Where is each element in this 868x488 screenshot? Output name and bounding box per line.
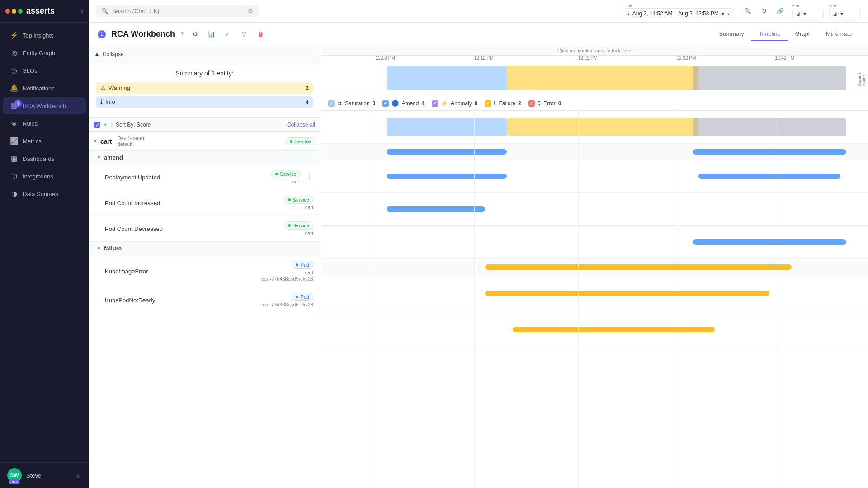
search-input[interactable]	[112, 8, 244, 14]
info-icon: ℹ	[100, 99, 103, 105]
checkbox-dropdown-icon[interactable]: ▾	[104, 122, 107, 128]
tab-graph[interactable]: Graph	[788, 28, 819, 41]
deployment-bar-left	[387, 174, 507, 179]
kube-pod-id: cart-77d488c5d5-ckv28	[261, 302, 313, 307]
pod-dot2	[296, 296, 298, 298]
timeline-kube-pod-row	[321, 311, 868, 347]
sidebar-item-metrics[interactable]: 📈 Metrics	[3, 132, 86, 150]
refresh-icon[interactable]: ↻	[758, 5, 770, 18]
tab-summary[interactable]: Summary	[712, 28, 752, 41]
chart-block-blue-left	[387, 66, 507, 90]
sort-icon: ↕	[110, 122, 113, 128]
entity-meta-env: Dev (Home)	[118, 136, 144, 141]
amend-checkbox[interactable]: ✓	[382, 100, 389, 107]
sidebar-item-top-insights[interactable]: ⚡ Top insights	[3, 27, 86, 44]
collapse-bar[interactable]: ▲ Collapse	[89, 46, 321, 62]
saturation-checkbox[interactable]: ✓	[328, 100, 335, 107]
prev-time-btn[interactable]: ‹	[628, 10, 630, 17]
integrations-icon: ⬡	[10, 172, 18, 180]
sidebar-item-rca-workbench[interactable]: 1 ▦ RCA Workbench	[3, 97, 86, 114]
search-box[interactable]: 🔍 ⚙	[96, 5, 259, 17]
site-select-box[interactable]: all ▾	[829, 9, 861, 19]
sidebar-item-notifications[interactable]: 🔔 Notifications	[3, 80, 86, 97]
help-icon[interactable]: ?	[180, 31, 184, 38]
failure-checkbox[interactable]: ✓	[485, 100, 491, 107]
event-row-pod-count-decreased: Pod Count Decreased Service cart	[89, 216, 321, 242]
ruler-sub-4: Aug 2, 12:22 PM	[573, 95, 603, 96]
failure-overview-bar	[485, 264, 792, 270]
anomaly-icon: ⚡	[441, 100, 448, 107]
subgroup-header-amend[interactable]: ▾ amend	[89, 151, 321, 164]
sidebar-item-entity-graph[interactable]: ◎ Entity Graph	[3, 44, 86, 61]
pod-decrease-bar	[693, 239, 846, 245]
sidebar-item-slos[interactable]: ◷ SLOs	[3, 62, 86, 79]
search2-icon[interactable]: ⌕	[222, 28, 234, 41]
env-select-box[interactable]: all ▾	[792, 9, 824, 19]
legend-saturation: ✓ ≋ Saturation 0	[328, 100, 375, 107]
warning-count: 2	[306, 84, 309, 91]
chart-icon[interactable]: 📊	[205, 28, 218, 41]
deployment-bar-right	[698, 174, 841, 179]
select-all-checkbox[interactable]: ✓	[94, 122, 100, 128]
settings-icon[interactable]: ☼	[76, 472, 81, 479]
entity-header-cart[interactable]: ▾ cart Dev (Home) default Service	[89, 132, 321, 151]
top-insights-label: Top insights	[23, 32, 54, 39]
legend-failure: ✓ ℹ Failure 2	[485, 100, 521, 107]
filter-icon[interactable]: ⚙	[248, 8, 253, 14]
sidebar-item-data-sources[interactable]: ◑ Data Sources	[3, 185, 86, 202]
sidebar-nav: ⚡ Top insights ◎ Entity Graph ◷ SLOs 🔔 N…	[0, 23, 89, 462]
ruler-top-4: 12:32 PM	[677, 56, 696, 61]
tab-mindmap[interactable]: Mind map	[819, 28, 859, 41]
nav-badge-rca-workbench: 1	[14, 100, 22, 107]
collapse-all-button[interactable]: Collapse all	[287, 122, 315, 128]
info-badge[interactable]: ℹ Info 4	[96, 96, 313, 108]
next-time-btn[interactable]: ›	[727, 10, 729, 17]
rca-workbench-label: RCA Workbench	[23, 103, 66, 109]
pod-increase-badge-area: Service cart	[284, 196, 313, 210]
filter-icon[interactable]: ▽	[238, 28, 250, 41]
sidebar-collapse-button[interactable]: ‹	[81, 7, 83, 15]
env-value: all	[796, 11, 802, 17]
warning-badge[interactable]: ⚠ Warning 2	[96, 82, 313, 94]
sidebar-logo: asserts ‹	[0, 0, 89, 23]
subgroup-header-failure[interactable]: ▾ failure	[89, 242, 321, 255]
error-checkbox[interactable]: ✓	[528, 100, 535, 107]
subgroup-name-amend: amend	[104, 154, 123, 161]
event-row-deployment-updated: Deployment Updated Service cart ⋮	[89, 164, 321, 190]
topbar: 🔍 ⚙ Time ‹ Aug 2, 11:52 AM – Aug 2, 12:5…	[89, 0, 868, 23]
site-value: all	[833, 11, 839, 17]
saturation-count: 0	[373, 100, 376, 107]
info-label: Info	[105, 99, 303, 105]
timeline-amend-row	[321, 144, 868, 160]
sort-by[interactable]: ↕ Sort By: Score	[110, 122, 151, 128]
more-options-icon[interactable]: ⋮	[306, 173, 313, 182]
time-dropdown-icon[interactable]: ▾	[722, 10, 725, 17]
summary-title: Summary of 1 entity:	[96, 70, 313, 77]
avatar-initials: SW	[10, 472, 19, 479]
right-panel: Click on timeline area to lock time 12:0…	[321, 46, 868, 488]
avatar: SW PRO	[7, 468, 22, 483]
collapse-label: Collapse	[103, 51, 124, 57]
view-tabs: Summary Timeline Graph Mind map	[712, 28, 859, 41]
cart-service-badge: Service	[286, 137, 315, 145]
event-name-kube-pod-not-ready: KubePodNotReady	[105, 297, 258, 304]
sidebar-item-dashboards[interactable]: ▣ Dashboards	[3, 150, 86, 167]
pod-decrease-cart-label: cart	[305, 230, 313, 236]
env-dropdown-icon: ▾	[803, 10, 807, 17]
anomaly-checkbox[interactable]: ✓	[432, 100, 438, 107]
entity-group-cart: ▾ cart Dev (Home) default Service	[89, 132, 321, 313]
sidebar-item-integrations[interactable]: ⬡ Integrations	[3, 168, 86, 185]
search-icon: 🔍	[101, 8, 108, 14]
ruler-sub-6: Aug 2, 12:43 PM	[759, 95, 789, 96]
chart-block-yellow	[507, 66, 698, 90]
settings-gear-icon[interactable]: ⚙	[189, 28, 202, 41]
error-count: 0	[558, 100, 561, 107]
tab-timeline[interactable]: Timeline	[751, 28, 788, 41]
zoom-icon[interactable]: 🔍	[741, 5, 754, 18]
data-sources-label: Data Sources	[23, 191, 58, 197]
time-range-picker[interactable]: ‹ Aug 2, 11:52 AM – Aug 2, 12:53 PM ▾ ›	[623, 8, 735, 19]
amend-count: 4	[421, 100, 425, 107]
delete-icon[interactable]: 🗑	[254, 28, 267, 41]
sidebar-item-rules[interactable]: ◈ Rules	[3, 115, 86, 132]
link-icon[interactable]: 🔗	[774, 5, 787, 18]
